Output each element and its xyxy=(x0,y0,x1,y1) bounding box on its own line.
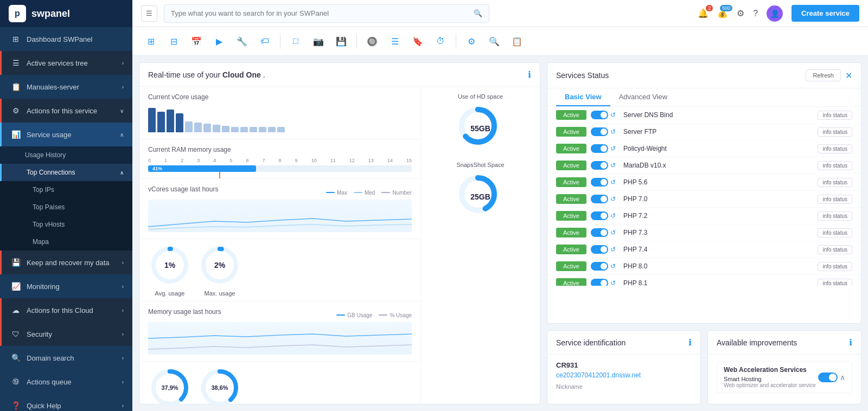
service-refresh-icon[interactable]: ↺ xyxy=(610,229,616,236)
sidebar-item-top-ips[interactable]: Top IPs xyxy=(0,181,132,198)
sidebar-item-top-connections[interactable]: Top Connections ∧ xyxy=(0,164,132,181)
service-active-button[interactable]: Active xyxy=(556,228,586,237)
settings-icon[interactable]: ⚙ xyxy=(737,8,744,18)
service-refresh-icon[interactable]: ↺ xyxy=(610,246,616,253)
help-icon[interactable]: ? xyxy=(753,9,758,18)
toggle-switch[interactable] xyxy=(591,279,608,286)
toolbar-grid-icon[interactable]: ⊞ xyxy=(141,31,161,51)
toggle-switch[interactable] xyxy=(591,245,608,254)
main-area: ☰ 🔍 🔔 2 💰 500 ⚙ ? 👤 Create service xyxy=(132,0,868,411)
usage-panel-info-icon[interactable]: ℹ xyxy=(528,69,531,80)
toolbar-search2-icon[interactable]: 🔍 xyxy=(484,31,504,51)
service-refresh-icon[interactable]: ↺ xyxy=(610,128,616,136)
notifications-icon[interactable]: 🔔 2 xyxy=(698,8,709,18)
tab-basic-view[interactable]: Basic View xyxy=(556,88,610,106)
sidebar-item-actions-service[interactable]: ⚙ Actions for this service ∨ xyxy=(0,99,132,123)
toolbar-docs-icon[interactable]: 📋 xyxy=(507,31,527,51)
sidebar-item-manuales[interactable]: 📋 Manuales-server › xyxy=(0,75,132,99)
toolbar-tool-icon[interactable]: 🔧 xyxy=(232,31,252,51)
sidebar-item-actions-cloud[interactable]: ☁ Actions for this Cloud › xyxy=(0,298,132,322)
service-active-button[interactable]: Active xyxy=(556,278,586,286)
improvements-info-icon[interactable]: ℹ xyxy=(849,337,852,348)
sidebar-item-domain-search[interactable]: 🔍 Domain search › xyxy=(0,346,132,370)
create-service-button[interactable]: Create service xyxy=(792,5,859,22)
toolbar-settings2-icon[interactable]: ⚙ xyxy=(462,31,481,51)
info-status-button[interactable]: info status xyxy=(818,111,852,120)
services-panel-header: Services Status Refresh ✕ xyxy=(547,63,861,88)
toolbar-calendar-icon[interactable]: 📅 xyxy=(187,31,206,51)
toolbar-clock-icon[interactable]: ⏱ xyxy=(431,31,450,51)
services-close-icon[interactable]: ✕ xyxy=(845,70,852,81)
service-refresh-icon[interactable]: ↺ xyxy=(610,162,616,169)
toolbar-camera-icon[interactable]: 📷 xyxy=(309,31,328,51)
service-active-button[interactable]: Active xyxy=(556,194,586,204)
improvement-toggle[interactable] xyxy=(818,373,838,382)
improvement-header[interactable]: Web Acceleration Services Smart Hosting … xyxy=(717,362,852,393)
service-active-button[interactable]: Active xyxy=(556,160,586,170)
info-status-button[interactable]: info status xyxy=(818,262,852,271)
toggle-switch[interactable] xyxy=(591,111,608,119)
info-status-button[interactable]: info status xyxy=(818,228,852,237)
service-active-button[interactable]: Active xyxy=(556,110,586,120)
memory-avg-usage: 37,9% Avg. usage xyxy=(148,366,192,411)
service-active-button[interactable]: Active xyxy=(556,245,586,254)
sidebar-item-monitoring[interactable]: 📈 Monitoring › xyxy=(0,274,132,298)
toggle-switch[interactable] xyxy=(591,178,608,187)
service-refresh-icon[interactable]: ↺ xyxy=(610,111,616,119)
service-active-button[interactable]: Active xyxy=(556,261,586,271)
toggle-switch[interactable] xyxy=(591,127,608,136)
info-status-button[interactable]: info status xyxy=(818,211,852,221)
sidebar-item-mapa[interactable]: Mapa xyxy=(0,233,132,251)
toolbar-list-icon[interactable]: ☰ xyxy=(385,31,405,51)
info-status-button[interactable]: info status xyxy=(818,127,852,137)
refresh-button[interactable]: Refresh xyxy=(806,69,841,81)
sidebar-item-usage-history[interactable]: Usage History xyxy=(0,146,132,164)
info-status-button[interactable]: info status xyxy=(818,178,852,187)
toolbar-location-icon[interactable]: 🔖 xyxy=(408,31,427,51)
toolbar-save-icon[interactable]: 💾 xyxy=(331,31,351,51)
toolbar-filter-icon[interactable]: ⊟ xyxy=(164,31,183,51)
sidebar-item-security[interactable]: 🛡 Security › xyxy=(0,322,132,346)
collapse-button[interactable]: ☰ xyxy=(141,5,157,22)
service-refresh-icon[interactable]: ↺ xyxy=(610,212,616,220)
toggle-switch[interactable] xyxy=(591,195,608,203)
service-refresh-icon[interactable]: ↺ xyxy=(610,195,616,203)
search-input[interactable] xyxy=(171,9,469,17)
service-id-link[interactable]: ce2023070412001.dnssw.net xyxy=(556,371,692,379)
toggle-switch[interactable] xyxy=(591,262,608,271)
service-active-button[interactable]: Active xyxy=(556,177,586,187)
info-status-button[interactable]: info status xyxy=(818,279,852,286)
sidebar-item-actions-queue[interactable]: ⑲ Actions queue › xyxy=(0,370,132,394)
service-refresh-icon[interactable]: ↺ xyxy=(610,262,616,270)
improvements-title: Available improvements xyxy=(717,338,797,347)
toggle-switch[interactable] xyxy=(591,228,608,237)
toggle-switch[interactable] xyxy=(591,144,608,153)
toggle-switch[interactable] xyxy=(591,211,608,220)
sidebar-item-active-services[interactable]: ☰ Active services tree › xyxy=(0,51,132,75)
info-status-button[interactable]: info status xyxy=(818,195,852,204)
info-status-button[interactable]: info status xyxy=(818,245,852,254)
sidebar-item-dashboard[interactable]: ⊞ Dashboard SWPanel xyxy=(0,27,132,51)
service-refresh-icon[interactable]: ↺ xyxy=(610,178,616,186)
service-id-info-icon[interactable]: ℹ xyxy=(688,337,692,348)
service-active-button[interactable]: Active xyxy=(556,211,586,221)
toolbar-tag-icon[interactable]: 🏷 xyxy=(255,31,275,51)
service-active-button[interactable]: Active xyxy=(556,144,586,153)
info-status-button[interactable]: info status xyxy=(818,161,852,170)
service-active-button[interactable]: Active xyxy=(556,127,586,137)
sidebar-item-service-usage[interactable]: 📊 Service usage ∧ xyxy=(0,123,132,146)
tab-advanced-view[interactable]: Advanced View xyxy=(610,88,676,106)
credits-icon[interactable]: 💰 500 xyxy=(717,8,728,18)
sidebar-item-top-vhosts[interactable]: Top vHosts xyxy=(0,216,132,233)
service-refresh-icon[interactable]: ↺ xyxy=(610,279,616,286)
sidebar-item-quick-help[interactable]: ❓ Quick Help › xyxy=(0,394,132,411)
toolbar-circle-icon[interactable]: 🔘 xyxy=(362,31,382,51)
avatar[interactable]: 👤 xyxy=(767,5,783,22)
sidebar-item-top-paises[interactable]: Top Países xyxy=(0,198,132,216)
service-refresh-icon[interactable]: ↺ xyxy=(610,145,616,152)
toggle-switch[interactable] xyxy=(591,161,608,170)
info-status-button[interactable]: info status xyxy=(818,144,852,153)
sidebar-item-keep-recover[interactable]: 💾 Keep and recover my data › xyxy=(0,251,132,274)
toolbar-box-icon[interactable]: □ xyxy=(286,31,305,51)
toolbar-terminal-icon[interactable]: ▶ xyxy=(209,31,229,51)
